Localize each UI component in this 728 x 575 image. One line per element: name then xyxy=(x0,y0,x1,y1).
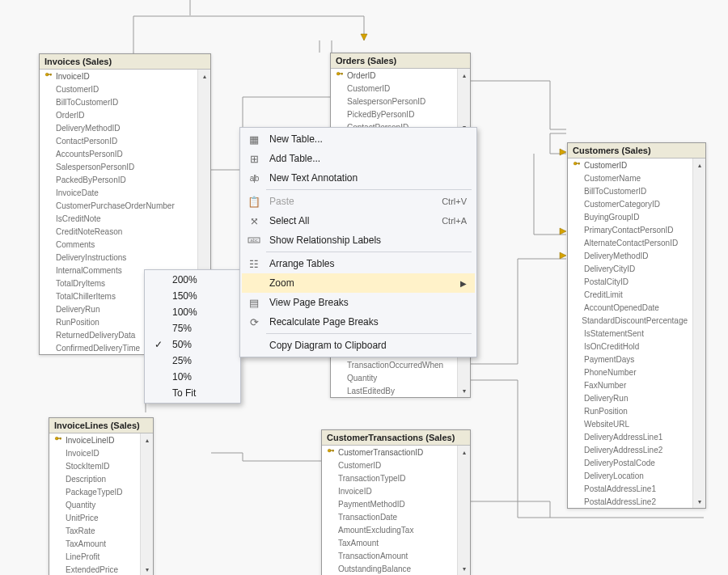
menu-item-view-page-breaks[interactable]: ▤View Page Breaks xyxy=(242,293,475,312)
column[interactable]: AccountOpenedDate xyxy=(568,301,692,314)
column[interactable]: TransactionOccurredWhen xyxy=(331,358,457,371)
column[interactable]: RunPosition xyxy=(568,404,692,417)
scrollbar[interactable]: ▴ ▾ xyxy=(457,446,470,575)
menu-item-zoom[interactable]: Zoom▶ xyxy=(242,273,475,293)
scrollbar[interactable]: ▴ ▾ xyxy=(457,69,470,133)
column[interactable]: Quantity xyxy=(49,498,140,511)
table-invoicelines[interactable]: InvoiceLines (Sales) InvoiceLineIDInvoic… xyxy=(49,417,154,575)
column[interactable]: CustomerPurchaseOrderNumber xyxy=(40,199,197,212)
column[interactable]: ContactPersonID xyxy=(40,134,197,147)
column[interactable]: OrderID xyxy=(40,108,197,121)
column[interactable]: DeliveryAddressLine1 xyxy=(568,430,692,443)
column[interactable]: DeliveryAddressLine2 xyxy=(568,443,692,456)
scroll-track[interactable] xyxy=(693,171,705,495)
column[interactable]: BillToCustomerID xyxy=(568,184,692,197)
column[interactable]: CustomerID xyxy=(568,159,692,171)
column[interactable]: StandardDiscountPercentage xyxy=(568,314,692,327)
menu-item-new-text-annotation[interactable]: a|bNew Text Annotation xyxy=(242,168,475,188)
column[interactable]: CustomerID xyxy=(322,459,457,471)
column[interactable]: CustomerCategoryID xyxy=(568,197,692,210)
column[interactable]: CustomerName xyxy=(568,171,692,184)
scroll-track[interactable] xyxy=(141,446,153,563)
column[interactable]: DeliveryMethodID xyxy=(40,121,197,134)
column[interactable]: IsCreditNote xyxy=(40,212,197,225)
scroll-track[interactable] xyxy=(458,82,470,120)
column[interactable]: OutstandingBalance xyxy=(322,562,457,575)
zoom-option-50[interactable]: ✓50% xyxy=(146,336,239,353)
scroll-track[interactable] xyxy=(458,459,470,562)
scroll-down-icon[interactable]: ▾ xyxy=(458,562,470,575)
column[interactable]: InvoiceID xyxy=(40,70,197,82)
zoom-option-25[interactable]: 25% xyxy=(146,353,239,369)
scroll-up-icon[interactable]: ▴ xyxy=(141,433,153,446)
column[interactable]: TaxAmount xyxy=(49,537,140,550)
column[interactable]: DeliveryCityID xyxy=(568,262,692,275)
column[interactable]: PostalCityID xyxy=(568,275,692,288)
zoom-option-150[interactable]: 150% xyxy=(146,288,239,304)
column[interactable]: StockItemID xyxy=(49,459,140,472)
scroll-up-icon[interactable]: ▴ xyxy=(458,69,470,82)
column[interactable]: PostalAddressLine2 xyxy=(568,495,692,508)
column[interactable]: PickedByPersonID xyxy=(331,108,457,120)
column[interactable]: CreditNoteReason xyxy=(40,225,197,238)
table-orders[interactable]: Orders (Sales) OrderIDCustomerIDSalesper… xyxy=(330,53,471,134)
zoom-option-to-fit[interactable]: To Fit xyxy=(146,385,239,401)
column[interactable]: LineProfit xyxy=(49,550,140,563)
column[interactable]: UnitPrice xyxy=(49,511,140,524)
column[interactable]: BillToCustomerID xyxy=(40,95,197,108)
scrollbar[interactable]: ▴ ▾ xyxy=(692,159,705,508)
column[interactable]: TransactionDate xyxy=(322,510,457,523)
column[interactable]: TaxAmount xyxy=(322,536,457,549)
column[interactable]: DeliveryInstructions xyxy=(40,251,197,264)
column[interactable]: IsOnCreditHold xyxy=(568,340,692,353)
column[interactable]: SalespersonPersonID xyxy=(40,160,197,173)
menu-item-show-relationship-labels[interactable]: abcShow Relationship Labels xyxy=(242,230,475,250)
table-customertransactions[interactable]: CustomerTransactions (Sales) CustomerTra… xyxy=(321,429,471,575)
diagram-canvas[interactable]: Invoices (Sales) InvoiceIDCustomerIDBill… xyxy=(0,0,728,575)
column[interactable]: CustomerID xyxy=(40,82,197,95)
column[interactable]: AccountsPersonID xyxy=(40,147,197,160)
column[interactable]: FaxNumber xyxy=(568,378,692,391)
column[interactable]: InvoiceLineID xyxy=(49,433,140,446)
scrollbar[interactable]: ▴ ▾ xyxy=(140,433,153,575)
scroll-down-icon[interactable]: ▾ xyxy=(458,384,470,397)
column[interactable]: InvoiceDate xyxy=(40,186,197,199)
column[interactable]: Description xyxy=(49,472,140,485)
column[interactable]: TaxRate xyxy=(49,524,140,537)
column[interactable]: DeliveryPostalCode xyxy=(568,456,692,469)
zoom-option-75[interactable]: 75% xyxy=(146,320,239,336)
zoom-option-10[interactable]: 10% xyxy=(146,369,239,385)
column[interactable]: WebsiteURL xyxy=(568,417,692,430)
menu-item-add-table[interactable]: ⊞Add Table... xyxy=(242,149,475,168)
column[interactable]: LastEditedBy xyxy=(331,384,457,397)
column[interactable]: DeliveryRun xyxy=(568,391,692,404)
menu-item-arrange-tables[interactable]: ☷Arrange Tables xyxy=(242,254,475,273)
column[interactable]: TransactionTypeID xyxy=(322,471,457,484)
column[interactable]: Quantity xyxy=(331,371,457,384)
menu-item-select-all[interactable]: ⤧Select AllCtrl+A xyxy=(242,211,475,230)
column[interactable]: PrimaryContactPersonID xyxy=(568,223,692,236)
scroll-down-icon[interactable]: ▾ xyxy=(693,495,705,508)
column[interactable]: PackedByPersonID xyxy=(40,173,197,186)
scroll-down-icon[interactable]: ▾ xyxy=(141,563,153,575)
menu-item-recalculate-page-breaks[interactable]: ⟳Recalculate Page Breaks xyxy=(242,312,475,332)
column[interactable]: CustomerTransactionID xyxy=(322,446,457,459)
column[interactable]: InvoiceID xyxy=(49,446,140,459)
zoom-submenu[interactable]: 200%150%100%75%✓50%25%10%To Fit xyxy=(144,269,241,404)
column[interactable]: TransactionAmount xyxy=(322,549,457,562)
column[interactable]: AmountExcludingTax xyxy=(322,523,457,536)
column[interactable]: BuyingGroupID xyxy=(568,210,692,223)
column[interactable]: PaymentDays xyxy=(568,353,692,366)
column[interactable]: Comments xyxy=(40,238,197,251)
menu-item-new-table[interactable]: ▦New Table... xyxy=(242,129,475,149)
zoom-option-100[interactable]: 100% xyxy=(146,304,239,320)
table-customers[interactable]: Customers (Sales) CustomerIDCustomerName… xyxy=(567,142,706,509)
context-menu[interactable]: ▦New Table...⊞Add Table...a|bNew Text An… xyxy=(239,127,477,357)
column[interactable]: DeliveryMethodID xyxy=(568,249,692,262)
column[interactable]: PaymentMethodID xyxy=(322,497,457,510)
column[interactable]: SalespersonPersonID xyxy=(331,95,457,108)
column[interactable]: AlternateContactPersonID xyxy=(568,236,692,249)
scroll-up-icon[interactable]: ▴ xyxy=(458,446,470,459)
column[interactable]: DeliveryLocation xyxy=(568,469,692,482)
column[interactable]: IsStatementSent xyxy=(568,327,692,340)
